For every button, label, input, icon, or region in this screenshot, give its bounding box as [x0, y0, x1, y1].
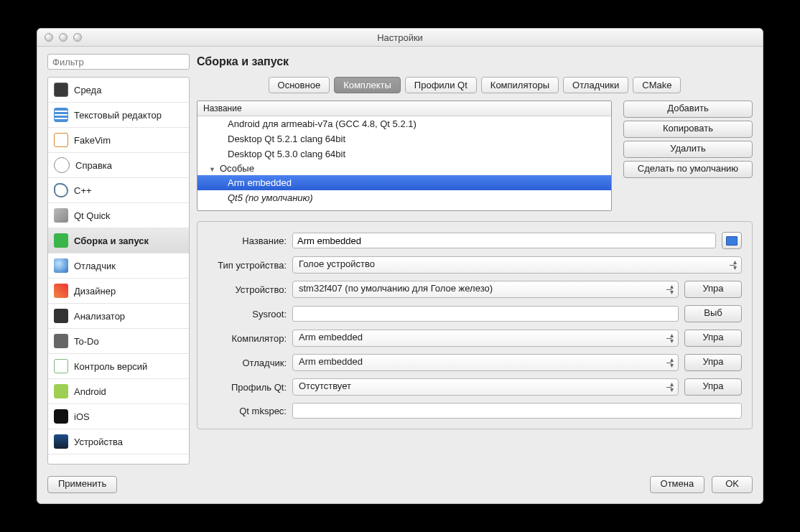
mkspec-label: Qt mkspec: [208, 406, 287, 416]
fakevim-icon [54, 133, 68, 147]
devtype-select[interactable]: Голое устройство▴▾ [292, 256, 742, 274]
sidebar-item-qtquick[interactable]: Qt Quick [48, 203, 189, 228]
sidebar-item-label: Справка [75, 160, 112, 171]
delete-button[interactable]: Удалить [623, 141, 753, 158]
sidebar-item-android[interactable]: Android [48, 379, 189, 404]
sidebar-item-fakevim[interactable]: FakeVim [48, 128, 189, 153]
sidebar-item-label: Текстовый редактор [74, 110, 162, 121]
titlebar: Настройки [37, 29, 763, 47]
tab-qt-profiles[interactable]: Профили Qt [405, 77, 477, 93]
tab-cmake[interactable]: CMake [633, 77, 681, 93]
manage-compiler-button[interactable]: Упра [684, 330, 742, 347]
kit-details-form: Название: Тип устройства: Голое устройст… [197, 221, 753, 429]
tab-bar: Основное Комплекты Профили Qt Компилятор… [197, 77, 753, 93]
name-label: Название: [208, 235, 287, 246]
sidebar-item-label: Дизайнер [74, 286, 116, 297]
debugger-icon [54, 258, 68, 273]
sidebar-item-label: Среда [74, 85, 101, 95]
kit-group-special[interactable]: Особые [197, 162, 611, 175]
debugger-label: Отладчик: [208, 358, 287, 368]
vcs-icon [54, 359, 68, 373]
sidebar-item-devices[interactable]: Устройства [48, 429, 189, 454]
sysroot-input[interactable] [292, 306, 679, 322]
monitor-icon [726, 236, 738, 246]
sidebar-item-label: To-Do [74, 336, 99, 347]
sidebar-item-designer[interactable]: Дизайнер [48, 279, 189, 304]
add-button[interactable]: Добавить [623, 101, 753, 118]
page-title: Сборка и запуск [197, 54, 289, 68]
sidebar-item-label: Отладчик [74, 261, 116, 271]
sidebar-item-label: iOS [74, 411, 90, 422]
sidebar-item-label: Контроль версий [74, 361, 147, 372]
tab-compilers[interactable]: Компиляторы [481, 77, 559, 93]
compiler-select[interactable]: Arm embedded▴▾ [292, 330, 679, 347]
copy-button[interactable]: Копировать [623, 121, 753, 138]
manage-debugger-button[interactable]: Упра [684, 354, 742, 371]
sidebar-item-ios[interactable]: iOS [48, 404, 189, 429]
manage-device-button[interactable]: Упра [684, 281, 742, 298]
kit-row-selected[interactable]: Arm embedded [197, 175, 611, 190]
debugger-select[interactable]: Arm embedded▴▾ [292, 354, 679, 371]
kits-header: Название [197, 101, 611, 116]
sysroot-label: Sysroot: [208, 309, 287, 319]
category-sidebar: Среда Текстовый редактор FakeVim Справка… [47, 77, 190, 465]
kit-row[interactable]: Desktop Qt 5.3.0 clang 64bit [197, 146, 611, 162]
browse-sysroot-button[interactable]: Выб [684, 305, 742, 322]
minimize-icon[interactable] [59, 33, 68, 42]
sidebar-item-text-editor[interactable]: Текстовый редактор [48, 103, 189, 128]
sidebar-item-label: Qt Quick [74, 210, 111, 221]
kit-row-default[interactable]: Qt5 (по умолчанию) [197, 190, 611, 205]
cancel-button[interactable]: Отмена [650, 476, 705, 493]
todo-icon [54, 334, 68, 348]
sidebar-item-environment[interactable]: Среда [48, 78, 189, 103]
ios-icon [54, 409, 68, 424]
mkspec-input[interactable] [292, 403, 742, 419]
kit-icon-button[interactable] [722, 232, 742, 249]
sidebar-item-vcs[interactable]: Контроль версий [48, 354, 189, 379]
manage-qtprofile-button[interactable]: Упра [684, 378, 742, 396]
help-icon [54, 157, 70, 173]
device-label: Устройство: [208, 284, 287, 295]
compiler-label: Компилятор: [208, 333, 287, 344]
zoom-icon[interactable] [73, 33, 82, 42]
android-icon [54, 384, 68, 398]
tab-general[interactable]: Основное [269, 77, 330, 93]
name-input[interactable] [292, 233, 716, 248]
devtype-label: Тип устройства: [208, 260, 287, 271]
sidebar-item-label: FakeVim [74, 135, 111, 146]
sidebar-item-cpp[interactable]: C++ [48, 178, 189, 203]
window-title: Настройки [37, 32, 763, 43]
designer-icon [54, 284, 68, 298]
sidebar-item-todo[interactable]: To-Do [48, 329, 189, 354]
sidebar-item-label: C++ [74, 185, 92, 196]
filter-input[interactable] [47, 54, 190, 70]
tab-kits[interactable]: Комплекты [334, 77, 401, 93]
build-run-icon [54, 233, 68, 248]
kit-row[interactable]: Desktop Qt 5.2.1 clang 64bit [197, 131, 611, 146]
cpp-icon [54, 183, 68, 197]
sidebar-item-label: Android [74, 386, 106, 397]
analyzer-icon [54, 309, 68, 323]
settings-window: Настройки Сборка и запуск Среда Текстовы… [37, 28, 763, 504]
sidebar-item-label: Устройства [74, 437, 123, 447]
environment-icon [54, 83, 68, 97]
apply-button[interactable]: Применить [47, 476, 117, 493]
sidebar-item-label: Сборка и запуск [74, 235, 149, 246]
ok-button[interactable]: OK [712, 476, 753, 493]
qtprofile-label: Профиль Qt: [208, 382, 287, 393]
kits-list[interactable]: Название Android для armeabi-v7a (GCC 4.… [197, 101, 612, 211]
sidebar-item-help[interactable]: Справка [48, 153, 189, 178]
tab-debuggers[interactable]: Отладчики [563, 77, 628, 93]
kit-row[interactable]: Android для armeabi-v7a (GCC 4.8, Qt 5.2… [197, 116, 611, 131]
close-icon[interactable] [45, 33, 53, 42]
qtquick-icon [54, 208, 68, 223]
sidebar-item-analyzer[interactable]: Анализатор [48, 304, 189, 329]
devices-icon [54, 434, 68, 449]
text-editor-icon [54, 108, 68, 122]
sidebar-item-build-run[interactable]: Сборка и запуск [48, 228, 189, 253]
device-select[interactable]: stm32f407 (по умолчанию для Голое железо… [292, 281, 679, 298]
qtprofile-select[interactable]: Отсутствует▴▾ [292, 378, 679, 396]
make-default-button[interactable]: Сделать по умолчанию [623, 161, 753, 178]
sidebar-item-debugger[interactable]: Отладчик [48, 253, 189, 279]
sidebar-item-label: Анализатор [74, 311, 125, 322]
